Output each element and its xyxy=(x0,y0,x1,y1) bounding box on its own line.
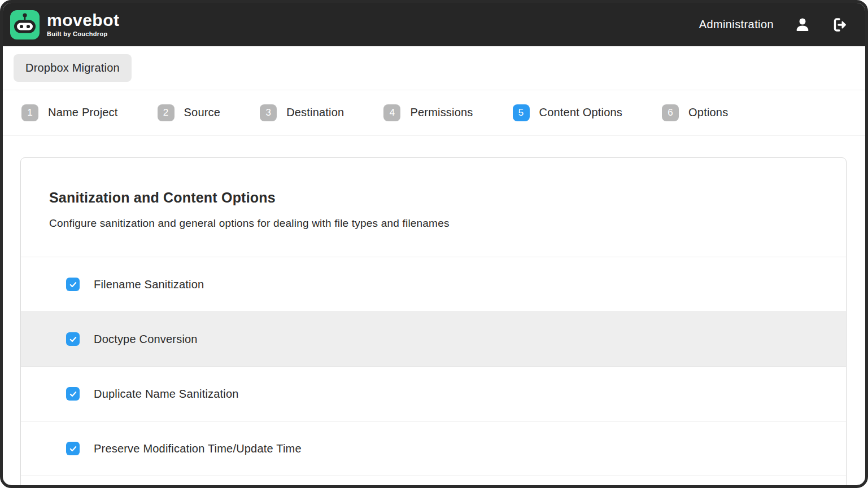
content-card: Sanitization and Content Options Configu… xyxy=(20,157,847,488)
checkbox-checked-icon[interactable] xyxy=(66,387,80,401)
option-row[interactable]: Duplicate Name Sanitization xyxy=(21,367,846,421)
step-number-badge: 4 xyxy=(383,104,400,121)
option-label: Filename Sanitization xyxy=(94,278,204,291)
step-number-badge: 2 xyxy=(158,104,175,121)
panel-title: Sanitization and Content Options xyxy=(49,189,818,206)
step-label: Permissions xyxy=(410,106,473,119)
checkbox-checked-icon[interactable] xyxy=(66,442,80,455)
user-icon[interactable] xyxy=(794,16,811,33)
administration-link[interactable]: Administration xyxy=(699,18,774,31)
step-item-content-options[interactable]: 5 Content Options xyxy=(513,104,623,121)
step-item-options[interactable]: 6 Options xyxy=(662,104,728,121)
step-label: Options xyxy=(688,106,728,119)
brand-tagline: Built by Couchdrop xyxy=(47,30,120,37)
option-row[interactable]: Doctype Conversion xyxy=(21,312,846,367)
step-nav: 1 Name Project 2 Source 3 Destination 4 … xyxy=(3,90,865,135)
step-item-source[interactable]: 2 Source xyxy=(158,104,221,121)
checkbox-checked-icon[interactable] xyxy=(66,332,80,346)
option-label: Duplicate Name Sanitization xyxy=(94,388,239,401)
breadcrumb-bar: Dropbox Migration xyxy=(3,46,865,90)
options-list: Filename Sanitization Doctype Conversion… xyxy=(21,257,846,476)
step-item-name-project[interactable]: 1 Name Project xyxy=(21,104,118,121)
card-header: Sanitization and Content Options Configu… xyxy=(21,158,846,257)
step-label: Content Options xyxy=(539,106,623,119)
logout-icon[interactable] xyxy=(831,16,848,33)
header-right: Administration xyxy=(699,16,848,33)
step-label: Source xyxy=(184,106,221,119)
app-header: movebot Built by Couchdrop Administratio… xyxy=(3,3,865,46)
step-number-badge: 6 xyxy=(662,104,679,121)
checkbox-checked-icon[interactable] xyxy=(66,278,80,291)
options-list-overflow xyxy=(21,476,846,488)
option-label: Preserve Modification Time/Update Time xyxy=(94,442,302,455)
step-number-badge: 5 xyxy=(513,104,530,121)
step-item-permissions[interactable]: 4 Permissions xyxy=(383,104,473,121)
option-row[interactable]: Preserve Modification Time/Update Time xyxy=(21,421,846,476)
step-number-badge: 3 xyxy=(260,104,277,121)
panel-subtitle: Configure sanitization and general optio… xyxy=(49,216,818,231)
step-label: Destination xyxy=(286,106,344,119)
step-label: Name Project xyxy=(48,106,118,119)
step-number-badge: 1 xyxy=(21,104,38,121)
brand-text: movebot Built by Couchdrop xyxy=(47,12,120,37)
option-label: Doctype Conversion xyxy=(94,333,198,346)
project-chip[interactable]: Dropbox Migration xyxy=(14,54,132,82)
movebot-logo-icon xyxy=(10,10,40,39)
brand-name: movebot xyxy=(47,12,120,29)
option-row[interactable]: Filename Sanitization xyxy=(21,257,846,312)
brand[interactable]: movebot Built by Couchdrop xyxy=(10,10,120,39)
step-item-destination[interactable]: 3 Destination xyxy=(260,104,344,121)
app-window: movebot Built by Couchdrop Administratio… xyxy=(0,0,868,488)
